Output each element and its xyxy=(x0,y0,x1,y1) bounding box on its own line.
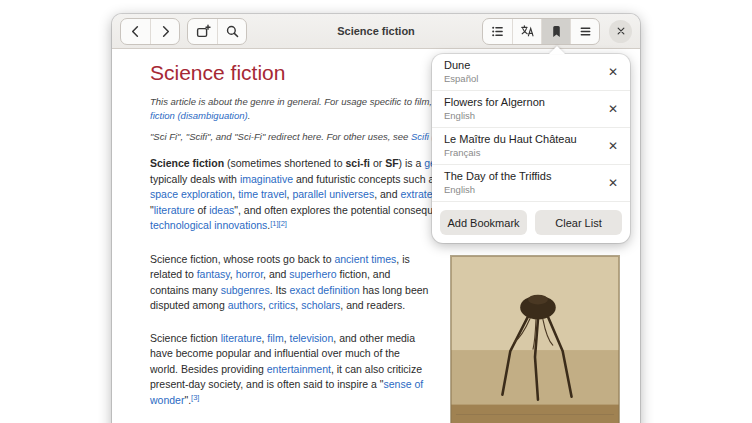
text-segment: or xyxy=(370,157,385,169)
bookmark-icon xyxy=(549,24,564,39)
bookmarks-popover: Dune Español ✕ Flowers for Algernon Engl… xyxy=(432,54,630,243)
bookmark-texts: The Day of the Triffids English xyxy=(444,170,551,196)
forward-button[interactable] xyxy=(150,19,179,44)
bookmark-texts: Le Maître du Haut Château Français xyxy=(444,133,577,159)
text-segment: SF xyxy=(385,157,398,169)
article-link[interactable]: fiction (disambiguation) xyxy=(150,110,248,121)
back-button[interactable] xyxy=(121,19,150,44)
article-link[interactable]: sense of xyxy=(384,378,424,390)
text-segment: "Sci Fi", "Scifi", and "Sci-Fi" redirect… xyxy=(150,131,411,142)
text-segment: . xyxy=(248,110,251,121)
menu-button[interactable] xyxy=(570,19,599,44)
article-link[interactable]: critics xyxy=(269,299,296,311)
text-segment: have become popular and influential over… xyxy=(150,347,400,359)
text-segment: Science fiction xyxy=(150,332,221,344)
add-bookmark-button[interactable]: Add Bookmark xyxy=(440,210,527,235)
article-link[interactable]: [1] xyxy=(270,219,278,228)
remove-bookmark-button[interactable]: ✕ xyxy=(601,97,625,121)
text-segment: typically deals with xyxy=(150,173,240,185)
article-link[interactable]: parallel universes xyxy=(292,188,374,200)
article-link[interactable]: television xyxy=(290,332,334,344)
language-icon xyxy=(519,23,535,39)
bookmark-language: English xyxy=(444,184,551,196)
tripod-illustration xyxy=(451,256,619,423)
article-link[interactable]: entertainment xyxy=(267,363,331,375)
header-bar: Science fiction xyxy=(112,14,640,49)
remove-bookmark-button[interactable]: ✕ xyxy=(601,60,625,84)
article-link[interactable]: literature xyxy=(154,204,195,216)
text-segment: contains many xyxy=(150,284,221,296)
window-title: Science fiction xyxy=(337,14,415,48)
bookmark-item[interactable]: The Day of the Triffids English ✕ xyxy=(432,165,630,201)
bookmark-texts: Dune Español xyxy=(444,59,478,85)
toc-button[interactable] xyxy=(483,19,512,44)
bookmark-item[interactable]: Dune Español ✕ xyxy=(432,54,630,91)
article-link[interactable]: literature xyxy=(221,332,262,344)
article-link[interactable]: exact definition xyxy=(290,284,360,296)
article-link[interactable]: wonder xyxy=(150,394,184,406)
article-link[interactable]: ideas xyxy=(209,204,234,216)
text-segment: of xyxy=(195,204,210,216)
article-link[interactable]: [3] xyxy=(191,393,199,402)
text-segment: Science fiction, whose roots go back to xyxy=(150,253,334,265)
search-icon xyxy=(225,24,240,39)
text-segment: , it can also criticize xyxy=(331,363,422,375)
bookmark-language: Français xyxy=(444,147,577,159)
app-window: Science fiction Science fiction This art… xyxy=(112,14,640,423)
tools-button-group xyxy=(187,18,247,45)
new-tab-button[interactable] xyxy=(188,19,217,44)
article-link[interactable]: horror xyxy=(236,268,263,280)
text-segment: Science fiction xyxy=(150,157,224,169)
text-segment: world. Besides providing xyxy=(150,363,267,375)
bookmark-actions: Add Bookmark Clear List xyxy=(432,201,630,243)
text-segment: related to xyxy=(150,268,197,280)
text-segment: This article is about the genre in gener… xyxy=(150,96,453,107)
article-link[interactable]: time travel xyxy=(238,188,286,200)
bookmark-title: The Day of the Triffids xyxy=(444,170,551,183)
bookmark-title: Flowers for Algernon xyxy=(444,96,545,109)
bookmark-texts: Flowers for Algernon English xyxy=(444,96,545,122)
article-link[interactable]: subgenres xyxy=(221,284,270,296)
bookmark-item[interactable]: Flowers for Algernon English ✕ xyxy=(432,91,630,128)
text-segment: ", and often explores the potential cons… xyxy=(234,204,461,216)
article-link[interactable]: ancient times xyxy=(334,253,396,265)
text-segment: , is xyxy=(396,253,409,265)
search-button[interactable] xyxy=(217,19,246,44)
text-segment: fiction, and xyxy=(337,268,391,280)
article-link[interactable]: authors xyxy=(228,299,263,311)
article-link[interactable]: imaginative xyxy=(240,173,293,185)
clear-list-button[interactable]: Clear List xyxy=(535,210,622,235)
text-segment: sci-fi xyxy=(346,157,371,169)
text-segment: . Its xyxy=(270,284,290,296)
article-link[interactable]: fantasy xyxy=(197,268,230,280)
article-link[interactable]: technological innovations xyxy=(150,219,267,231)
text-segment: and futuristic concepts such as xyxy=(293,173,440,185)
chevron-left-icon xyxy=(128,24,143,39)
nav-button-group xyxy=(120,18,180,45)
language-button[interactable] xyxy=(512,19,541,44)
article-link[interactable]: superhero xyxy=(289,268,336,280)
article-image[interactable] xyxy=(450,255,620,423)
bookmark-item[interactable]: Le Maître du Haut Château Français ✕ xyxy=(432,128,630,165)
bookmark-title: Le Maître du Haut Château xyxy=(444,133,577,146)
toc-list-icon xyxy=(490,24,505,39)
close-button[interactable] xyxy=(609,20,632,43)
remove-bookmark-button[interactable]: ✕ xyxy=(601,134,625,158)
text-segment: disputed among xyxy=(150,299,228,311)
text-segment: (sometimes shortened to xyxy=(224,157,345,169)
text-segment: , and xyxy=(374,188,400,200)
bookmark-title: Dune xyxy=(444,59,478,72)
bookmark-language: English xyxy=(444,110,545,122)
article-link[interactable]: [2] xyxy=(279,219,287,228)
article-link[interactable]: space exploration xyxy=(150,188,232,200)
text-segment: has long been xyxy=(360,284,429,296)
remove-bookmark-button[interactable]: ✕ xyxy=(601,171,625,195)
article-link[interactable]: scholars xyxy=(301,299,340,311)
new-tab-icon xyxy=(195,23,211,39)
article-link[interactable]: film xyxy=(267,332,283,344)
bookmark-language: Español xyxy=(444,73,478,85)
bookmarks-button[interactable] xyxy=(541,19,570,44)
text-segment: , and readers. xyxy=(340,299,405,311)
text-segment: present-day society, and is often said t… xyxy=(150,378,384,390)
hamburger-menu-icon xyxy=(578,24,593,39)
